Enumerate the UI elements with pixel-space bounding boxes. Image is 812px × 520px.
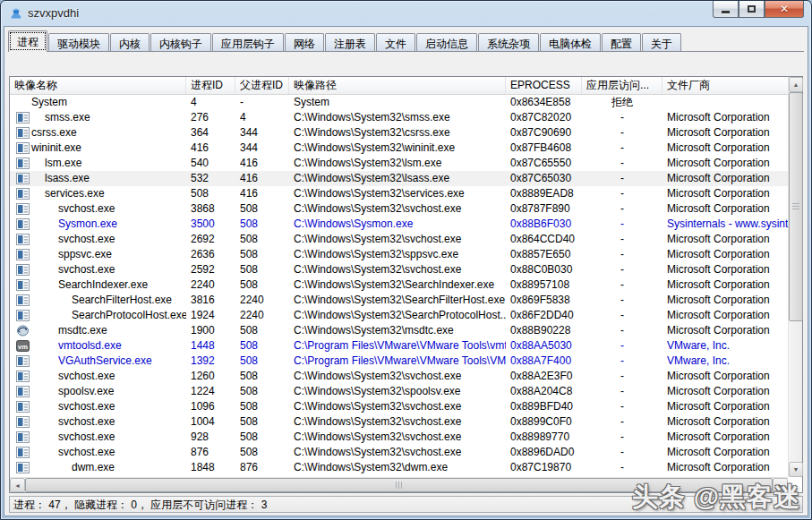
tab-about[interactable]: 关于 (642, 33, 681, 52)
table-row[interactable]: smss.exe2764C:\Windows\System32\smss.exe… (10, 110, 788, 125)
tab-network[interactable]: 网络 (285, 33, 324, 52)
table-row[interactable]: spoolsv.exe1224508C:\Windows\System32\sp… (10, 384, 788, 399)
cell-eprocess: 0x87C65550 (506, 156, 582, 171)
cell-eprocess: 0x8857E650 (506, 247, 582, 262)
cell-app-layer-access: - (582, 399, 662, 414)
tab-file[interactable]: 文件 (376, 33, 415, 52)
table-row[interactable]: csrss.exe364344C:\Windows\System32\csrss… (10, 125, 788, 141)
column-header-ppid[interactable]: 父进程ID (235, 77, 289, 95)
table-row[interactable]: VGAuthService.exe1392508C:\Program Files… (10, 354, 788, 369)
cell-file-vendor: Microsoft Corporation (662, 277, 788, 293)
table-row[interactable]: services.exe508416C:\Windows\System32\se… (10, 186, 788, 201)
tab-startup-info[interactable]: 启动信息 (416, 33, 477, 52)
cell-parent-pid: 508 (235, 338, 289, 354)
cell-app-layer-access: - (582, 262, 662, 277)
cell-file-vendor: Microsoft Corporation (662, 247, 788, 262)
tab-kernel[interactable]: 内核 (110, 33, 150, 52)
cell-eprocess: 0x8634E858 (506, 95, 582, 110)
vertical-scrollbar[interactable]: ▲ ▼ (788, 77, 802, 477)
minimize-button[interactable] (713, 1, 739, 18)
cell-image-name: services.exe (10, 186, 186, 201)
horizontal-scrollbar[interactable]: ◄ ► (10, 477, 788, 492)
cell-image-path: C:\Windows\System32\wininit.exe (289, 141, 506, 156)
tab-processes[interactable]: 进程 (8, 30, 47, 52)
scroll-down-button[interactable]: ▼ (789, 462, 803, 477)
tab-settings[interactable]: 配置 (602, 33, 641, 52)
cell-file-vendor: Microsoft Corporation (662, 125, 788, 141)
tab-system-misc[interactable]: 系统杂项 (478, 33, 539, 52)
cell-file-vendor: Microsoft Corporation (662, 414, 788, 430)
cell-app-layer-access: - (582, 201, 662, 217)
column-header-access[interactable]: 应用层访问... (582, 77, 662, 95)
column-header-name[interactable]: 映像名称 (10, 77, 186, 95)
cell-image-path: C:\Windows\System32\csrss.exe (289, 125, 506, 141)
table-row[interactable]: dwm.exe1848876C:\Windows\System32\dwm.ex… (10, 460, 788, 475)
table-row[interactable]: svchost.exe876508C:\Windows\System32\svc… (10, 445, 788, 460)
cell-app-layer-access: - (582, 414, 662, 430)
cell-eprocess: 0x8899C0F0 (506, 414, 582, 430)
cell-parent-pid: 876 (235, 460, 289, 475)
cell-app-layer-access: - (582, 232, 662, 247)
cell-file-vendor: Microsoft Corporation (662, 186, 788, 201)
cell-parent-pid: 508 (235, 247, 289, 262)
table-row[interactable]: lsass.exe532416C:\Windows\System32\lsass… (10, 171, 788, 186)
column-header-eprocess[interactable]: EPROCESS (506, 77, 582, 95)
title-bar[interactable]: szvxpvdhi ✕ (1, 1, 811, 26)
cell-image-path: C:\Windows\System32\sppsvc.exe (289, 247, 506, 262)
cell-parent-pid: 416 (235, 156, 289, 171)
table-row[interactable]: sppsvc.exe2636508C:\Windows\System32\spp… (10, 247, 788, 262)
cell-file-vendor: Microsoft Corporation (662, 171, 788, 186)
table-row[interactable]: vmvmtoolsd.exe1448508C:\Program Files\VM… (10, 338, 788, 354)
cell-app-layer-access: 拒绝 (582, 95, 662, 110)
table-row[interactable]: svchost.exe2592508C:\Windows\System32\sv… (10, 262, 788, 277)
tab-app-layer-hooks[interactable]: 应用层钩子 (212, 33, 284, 52)
cell-parent-pid: 508 (235, 369, 289, 384)
process-window-icon (16, 234, 30, 245)
table-row[interactable]: svchost.exe1096508C:\Windows\System32\sv… (10, 399, 788, 414)
table-row[interactable]: svchost.exe2692508C:\Windows\System32\sv… (10, 232, 788, 247)
cell-file-vendor (662, 95, 788, 110)
cell-eprocess: 0x88989770 (506, 430, 582, 445)
maximize-button[interactable] (739, 1, 765, 18)
process-window-icon (16, 142, 30, 154)
table-row[interactable]: svchost.exe3868508C:\Windows\System32\sv… (10, 201, 788, 217)
cell-image-path: C:\Windows\System32\dwm.exe (289, 460, 506, 475)
tab-pc-checkup[interactable]: 电脑体检 (540, 33, 601, 52)
close-button[interactable]: ✕ (765, 1, 804, 18)
scroll-right-button[interactable]: ► (773, 478, 788, 492)
tab-driver-modules[interactable]: 驱动模块 (48, 33, 109, 52)
table-row[interactable]: svchost.exe1260508C:\Windows\System32\sv… (10, 369, 788, 384)
table-row[interactable]: svchost.exe928508C:\Windows\System32\svc… (10, 430, 788, 445)
table-row[interactable]: SearchProtocolHost.exe19242240C:\Windows… (10, 308, 788, 323)
table-row[interactable]: SearchIndexer.exe2240508C:\Windows\Syste… (10, 277, 788, 293)
cell-eprocess: 0x88B6F030 (506, 217, 582, 232)
cell-parent-pid: 2240 (235, 308, 289, 323)
column-header-pid[interactable]: 进程ID (186, 77, 235, 95)
cell-pid: 1924 (186, 308, 235, 323)
cell-image-name: Sysmon.exe (10, 217, 186, 232)
cell-image-name: smss.exe (10, 110, 186, 125)
tab-bar: 进程驱动模块内核内核钩子应用层钩子网络注册表文件启动信息系统杂项电脑体检配置关于 (8, 30, 804, 52)
cell-app-layer-access: - (582, 247, 662, 262)
table-row[interactable]: lsm.exe540416C:\Windows\System32\lsm.exe… (10, 156, 788, 171)
table-row[interactable]: wininit.exe416344C:\Windows\System32\win… (10, 141, 788, 156)
cell-pid: 1096 (186, 399, 235, 414)
cell-parent-pid: 508 (235, 232, 289, 247)
tab-kernel-hooks[interactable]: 内核钩子 (150, 33, 211, 52)
column-header-path[interactable]: 映像路径 (289, 77, 506, 95)
column-header-vendor[interactable]: 文件厂商 (662, 77, 788, 95)
scroll-left-button[interactable]: ◄ (10, 478, 25, 492)
scroll-up-button[interactable]: ▲ (789, 77, 803, 92)
cell-app-layer-access: - (582, 430, 662, 445)
table-row[interactable]: msdtc.exe1900508C:\Windows\System32\msdt… (10, 323, 788, 338)
cell-image-name: SearchProtocolHost.exe (10, 308, 186, 323)
cell-image-path: C:\Windows\System32\SearchIndexer.exe (289, 277, 506, 293)
table-row[interactable]: svchost.exe1004508C:\Windows\System32\sv… (10, 414, 788, 430)
table-row[interactable]: SearchFilterHost.exe38162240C:\Windows\S… (10, 293, 788, 308)
cell-pid: 876 (186, 445, 235, 460)
horizontal-scroll-thumb[interactable] (25, 478, 773, 492)
vertical-scroll-thumb[interactable] (789, 92, 803, 321)
tab-registry[interactable]: 注册表 (325, 33, 375, 52)
table-row[interactable]: Sysmon.exe3500508C:\Windows\Sysmon.exe0x… (10, 217, 788, 232)
table-row[interactable]: System4-System0x8634E858拒绝 (10, 95, 788, 110)
